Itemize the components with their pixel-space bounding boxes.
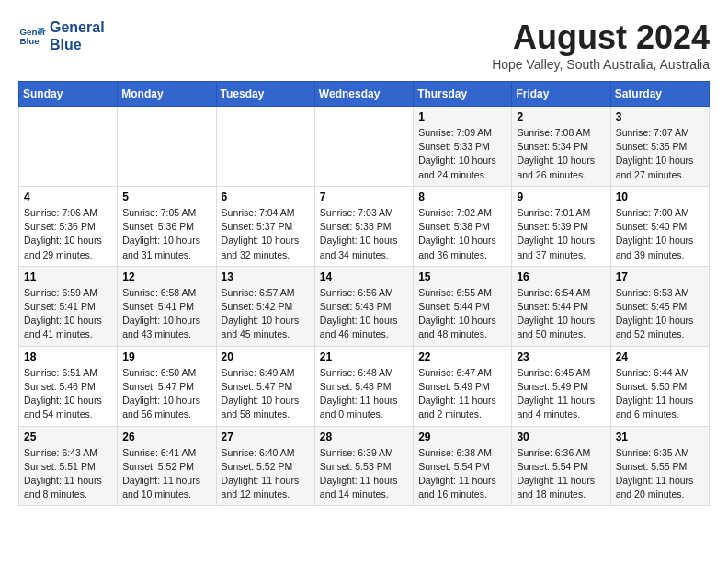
calendar-cell: 20Sunrise: 6:49 AM Sunset: 5:47 PM Dayli… <box>216 346 314 426</box>
title-section: August 2024 Hope Valley, South Australia… <box>492 18 710 72</box>
calendar-cell: 29Sunrise: 6:38 AM Sunset: 5:54 PM Dayli… <box>414 426 512 506</box>
cell-content: Sunrise: 7:09 AM Sunset: 5:33 PM Dayligh… <box>418 126 506 182</box>
day-number: 28 <box>320 431 408 443</box>
cell-content: Sunrise: 6:47 AM Sunset: 5:49 PM Dayligh… <box>418 366 506 422</box>
cell-content: Sunrise: 6:36 AM Sunset: 5:54 PM Dayligh… <box>517 446 605 502</box>
calendar-cell: 16Sunrise: 6:54 AM Sunset: 5:44 PM Dayli… <box>512 266 610 346</box>
cell-content: Sunrise: 6:38 AM Sunset: 5:54 PM Dayligh… <box>418 446 506 502</box>
month-year-title: August 2024 <box>492 18 710 57</box>
calendar-cell: 15Sunrise: 6:55 AM Sunset: 5:44 PM Dayli… <box>414 266 512 346</box>
cell-content: Sunrise: 6:35 AM Sunset: 5:55 PM Dayligh… <box>616 446 704 502</box>
day-number: 21 <box>320 350 408 363</box>
cell-content: Sunrise: 6:43 AM Sunset: 5:51 PM Dayligh… <box>24 446 112 502</box>
weekday-header-sunday: Sunday <box>19 82 118 107</box>
weekday-header-wednesday: Wednesday <box>314 82 413 107</box>
calendar-cell: 13Sunrise: 6:57 AM Sunset: 5:42 PM Dayli… <box>216 266 314 346</box>
weekday-header-friday: Friday <box>512 82 610 107</box>
calendar-cell: 6Sunrise: 7:04 AM Sunset: 5:37 PM Daylig… <box>216 186 314 266</box>
location-subtitle: Hope Valley, South Australia, Australia <box>492 57 710 72</box>
calendar-week-4: 18Sunrise: 6:51 AM Sunset: 5:46 PM Dayli… <box>19 346 710 426</box>
calendar-cell: 14Sunrise: 6:56 AM Sunset: 5:43 PM Dayli… <box>314 266 413 346</box>
calendar-cell: 2Sunrise: 7:08 AM Sunset: 5:34 PM Daylig… <box>512 107 610 187</box>
cell-content: Sunrise: 7:01 AM Sunset: 5:39 PM Dayligh… <box>517 206 605 262</box>
day-number: 23 <box>517 350 605 363</box>
cell-content: Sunrise: 6:51 AM Sunset: 5:46 PM Dayligh… <box>24 366 112 422</box>
day-number: 20 <box>222 350 310 363</box>
calendar-cell: 18Sunrise: 6:51 AM Sunset: 5:46 PM Dayli… <box>19 346 118 426</box>
calendar-cell: 25Sunrise: 6:43 AM Sunset: 5:51 PM Dayli… <box>19 426 118 506</box>
day-number: 6 <box>222 190 310 203</box>
day-number: 13 <box>222 270 310 283</box>
calendar-cell: 21Sunrise: 6:48 AM Sunset: 5:48 PM Dayli… <box>314 346 413 426</box>
day-number: 15 <box>418 270 506 283</box>
day-number: 1 <box>418 110 506 123</box>
cell-content: Sunrise: 6:39 AM Sunset: 5:53 PM Dayligh… <box>320 446 408 502</box>
day-number: 30 <box>517 431 605 443</box>
cell-content: Sunrise: 7:06 AM Sunset: 5:36 PM Dayligh… <box>24 206 112 262</box>
logo-icon: General Blue <box>18 22 46 50</box>
calendar-cell: 8Sunrise: 7:02 AM Sunset: 5:38 PM Daylig… <box>414 186 512 266</box>
cell-content: Sunrise: 6:41 AM Sunset: 5:52 PM Dayligh… <box>122 446 210 502</box>
calendar-week-5: 25Sunrise: 6:43 AM Sunset: 5:51 PM Dayli… <box>19 426 710 506</box>
calendar-cell: 4Sunrise: 7:06 AM Sunset: 5:36 PM Daylig… <box>19 186 118 266</box>
calendar-cell: 10Sunrise: 7:00 AM Sunset: 5:40 PM Dayli… <box>610 186 709 266</box>
calendar-cell: 19Sunrise: 6:50 AM Sunset: 5:47 PM Dayli… <box>118 346 216 426</box>
day-number: 17 <box>616 270 704 283</box>
logo-text: General Blue <box>50 18 105 53</box>
calendar-cell: 30Sunrise: 6:36 AM Sunset: 5:54 PM Dayli… <box>512 426 610 506</box>
weekday-header-thursday: Thursday <box>414 82 512 107</box>
cell-content: Sunrise: 6:49 AM Sunset: 5:47 PM Dayligh… <box>222 366 310 422</box>
day-number: 9 <box>517 190 605 203</box>
calendar-cell <box>118 107 216 187</box>
day-number: 2 <box>517 110 605 123</box>
day-number: 7 <box>320 190 408 203</box>
day-number: 18 <box>24 350 112 363</box>
day-number: 24 <box>616 350 704 363</box>
cell-content: Sunrise: 6:56 AM Sunset: 5:43 PM Dayligh… <box>320 286 408 342</box>
cell-content: Sunrise: 6:57 AM Sunset: 5:42 PM Dayligh… <box>222 286 310 342</box>
cell-content: Sunrise: 6:45 AM Sunset: 5:49 PM Dayligh… <box>517 366 605 422</box>
cell-content: Sunrise: 6:50 AM Sunset: 5:47 PM Dayligh… <box>122 366 210 422</box>
cell-content: Sunrise: 6:53 AM Sunset: 5:45 PM Dayligh… <box>616 286 704 342</box>
day-number: 11 <box>24 270 112 283</box>
cell-content: Sunrise: 6:48 AM Sunset: 5:48 PM Dayligh… <box>320 366 408 422</box>
calendar-cell: 24Sunrise: 6:44 AM Sunset: 5:50 PM Dayli… <box>610 346 709 426</box>
day-number: 3 <box>616 110 704 123</box>
svg-text:Blue: Blue <box>20 36 40 46</box>
weekday-header-row: SundayMondayTuesdayWednesdayThursdayFrid… <box>19 82 710 107</box>
day-number: 26 <box>122 431 210 443</box>
calendar-cell: 7Sunrise: 7:03 AM Sunset: 5:38 PM Daylig… <box>314 186 413 266</box>
calendar-cell: 5Sunrise: 7:05 AM Sunset: 5:36 PM Daylig… <box>118 186 216 266</box>
day-number: 5 <box>122 190 210 203</box>
weekday-header-tuesday: Tuesday <box>216 82 314 107</box>
calendar-cell: 1Sunrise: 7:09 AM Sunset: 5:33 PM Daylig… <box>414 107 512 187</box>
cell-content: Sunrise: 7:08 AM Sunset: 5:34 PM Dayligh… <box>517 126 605 182</box>
calendar-cell: 28Sunrise: 6:39 AM Sunset: 5:53 PM Dayli… <box>314 426 413 506</box>
calendar-cell: 12Sunrise: 6:58 AM Sunset: 5:41 PM Dayli… <box>118 266 216 346</box>
weekday-header-saturday: Saturday <box>610 82 709 107</box>
page-header: General Blue General Blue August 2024 Ho… <box>18 18 710 72</box>
day-number: 8 <box>418 190 506 203</box>
calendar-cell: 27Sunrise: 6:40 AM Sunset: 5:52 PM Dayli… <box>216 426 314 506</box>
day-number: 10 <box>616 190 704 203</box>
cell-content: Sunrise: 7:04 AM Sunset: 5:37 PM Dayligh… <box>222 206 310 262</box>
day-number: 14 <box>320 270 408 283</box>
calendar-table: SundayMondayTuesdayWednesdayThursdayFrid… <box>18 81 710 506</box>
cell-content: Sunrise: 6:59 AM Sunset: 5:41 PM Dayligh… <box>24 286 112 342</box>
calendar-cell: 17Sunrise: 6:53 AM Sunset: 5:45 PM Dayli… <box>610 266 709 346</box>
cell-content: Sunrise: 6:40 AM Sunset: 5:52 PM Dayligh… <box>222 446 310 502</box>
calendar-cell: 11Sunrise: 6:59 AM Sunset: 5:41 PM Dayli… <box>19 266 118 346</box>
cell-content: Sunrise: 7:03 AM Sunset: 5:38 PM Dayligh… <box>320 206 408 262</box>
calendar-week-1: 1Sunrise: 7:09 AM Sunset: 5:33 PM Daylig… <box>19 107 710 187</box>
cell-content: Sunrise: 6:54 AM Sunset: 5:44 PM Dayligh… <box>517 286 605 342</box>
cell-content: Sunrise: 6:55 AM Sunset: 5:44 PM Dayligh… <box>418 286 506 342</box>
weekday-header-monday: Monday <box>118 82 216 107</box>
calendar-cell: 22Sunrise: 6:47 AM Sunset: 5:49 PM Dayli… <box>414 346 512 426</box>
logo: General Blue General Blue <box>18 18 105 53</box>
cell-content: Sunrise: 7:05 AM Sunset: 5:36 PM Dayligh… <box>122 206 210 262</box>
cell-content: Sunrise: 7:00 AM Sunset: 5:40 PM Dayligh… <box>616 206 704 262</box>
calendar-cell <box>19 107 118 187</box>
day-number: 29 <box>418 431 506 443</box>
cell-content: Sunrise: 7:02 AM Sunset: 5:38 PM Dayligh… <box>418 206 506 262</box>
cell-content: Sunrise: 6:58 AM Sunset: 5:41 PM Dayligh… <box>122 286 210 342</box>
